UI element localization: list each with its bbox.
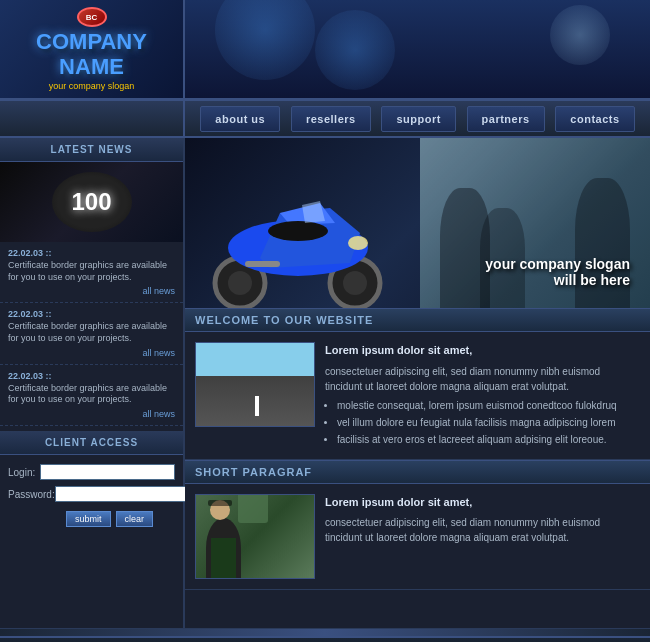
section2-title: SHORT PARAGRAF bbox=[185, 460, 650, 484]
client-access: CLIENT ACCESS Login: Password: submit cl… bbox=[0, 431, 183, 539]
hero-banner: your company slogan will be here bbox=[185, 138, 650, 308]
content-title-1: Lorem ipsum dolor sit amet, bbox=[325, 342, 640, 359]
company-name: COMPANY NAME bbox=[5, 30, 178, 78]
news-date-2: 22.02.03 :: bbox=[8, 309, 175, 319]
svg-point-3 bbox=[343, 271, 367, 295]
content-body-1: consectetuer adipiscing elit, sed diam n… bbox=[325, 366, 600, 392]
road-image bbox=[195, 342, 315, 427]
footer: Copyright © 2003 CompanyName. All Rights… bbox=[0, 636, 650, 642]
right-content: your company slogan will be here WELCOME… bbox=[185, 138, 650, 628]
svg-point-1 bbox=[228, 271, 252, 295]
banner-decoration-1 bbox=[215, 0, 315, 80]
password-row: Password: bbox=[0, 483, 183, 505]
nav-item-contacts[interactable]: contacts bbox=[555, 106, 634, 132]
nav-item-support[interactable]: support bbox=[381, 106, 455, 132]
nav-spacer bbox=[0, 101, 185, 136]
motorcycle-svg bbox=[190, 143, 400, 308]
speedometer: 100 bbox=[52, 172, 132, 232]
header: BC COMPANY NAME your company slogan bbox=[0, 0, 650, 100]
nav-item-resellers[interactable]: resellers bbox=[291, 106, 371, 132]
motorcycle-area bbox=[190, 143, 400, 308]
hero-tagline1: your company slogan bbox=[485, 256, 630, 272]
news-image: 100 bbox=[0, 162, 183, 242]
clear-button[interactable]: clear bbox=[116, 511, 154, 527]
content-block-1: Lorem ipsum dolor sit amet, consectetuer… bbox=[185, 332, 650, 460]
header-banner bbox=[185, 0, 650, 98]
bullet-1: molestie consequat, lorem ipsum euismod … bbox=[337, 398, 640, 413]
logo-badge: BC bbox=[77, 7, 107, 27]
svg-rect-9 bbox=[245, 261, 280, 267]
news-text-1: Certificate border graphics are availabl… bbox=[8, 260, 175, 283]
news-text-2: Certificate border graphics are availabl… bbox=[8, 321, 175, 344]
news-text-3: Certificate border graphics are availabl… bbox=[8, 383, 175, 406]
news-link-2[interactable]: all news bbox=[8, 348, 175, 358]
form-buttons: submit clear bbox=[0, 505, 183, 533]
road-line bbox=[255, 396, 259, 416]
login-label: Login: bbox=[8, 467, 40, 478]
banner-decoration-3 bbox=[550, 5, 610, 65]
logo-area: BC COMPANY NAME your company slogan bbox=[0, 0, 185, 98]
news-date-1: 22.02.03 :: bbox=[8, 248, 175, 258]
person-image bbox=[195, 494, 315, 579]
banner-decoration-2 bbox=[315, 10, 395, 90]
news-date-3: 22.02.03 :: bbox=[8, 371, 175, 381]
client-access-title: CLIENT ACCESS bbox=[0, 431, 183, 455]
submit-button[interactable]: submit bbox=[66, 511, 111, 527]
content-text-2: Lorem ipsum dolor sit amet, consectetuer… bbox=[325, 494, 640, 579]
news-link-1[interactable]: all news bbox=[8, 286, 175, 296]
svg-point-8 bbox=[348, 236, 368, 250]
latest-news-title: LATEST NEWS bbox=[0, 138, 183, 162]
section1-title: WELCOME TO OUR WEBSITE bbox=[185, 308, 650, 332]
svg-point-7 bbox=[268, 221, 328, 241]
password-input[interactable] bbox=[55, 486, 190, 502]
sidebar: LATEST NEWS 100 22.02.03 :: Certificate … bbox=[0, 138, 185, 628]
nav-item-partners[interactable]: partners bbox=[467, 106, 545, 132]
nav-bar: about us resellers support partners cont… bbox=[0, 100, 650, 138]
password-label: Password: bbox=[8, 489, 55, 500]
speed-number: 100 bbox=[71, 188, 111, 216]
company-slogan: your company slogan bbox=[49, 81, 135, 91]
bullet-3: facilisis at vero eros et lacreeet aliqu… bbox=[337, 432, 640, 447]
login-row: Login: bbox=[0, 461, 183, 483]
content-bullets-1: molestie consequat, lorem ipsum euismod … bbox=[325, 398, 640, 447]
main-content: LATEST NEWS 100 22.02.03 :: Certificate … bbox=[0, 138, 650, 628]
content-text-1: Lorem ipsum dolor sit amet, consectetuer… bbox=[325, 342, 640, 449]
hero-overlay-text: your company slogan will be here bbox=[485, 256, 630, 288]
news-item-2: 22.02.03 :: Certificate border graphics … bbox=[0, 303, 183, 364]
svg-marker-10 bbox=[302, 201, 325, 223]
ornament-bar bbox=[0, 628, 650, 636]
bullet-2: vel illum dolore eu feugiat nula facilis… bbox=[337, 415, 640, 430]
content-title-2: Lorem ipsum dolor sit amet, bbox=[325, 494, 640, 511]
news-link-3[interactable]: all news bbox=[8, 409, 175, 419]
content-body-2: consectetuer adipiscing elit, sed diam n… bbox=[325, 517, 600, 543]
content-area: WELCOME TO OUR WEBSITE Lorem ipsum dolor… bbox=[185, 308, 650, 590]
nav-item-about[interactable]: about us bbox=[200, 106, 280, 132]
login-input[interactable] bbox=[40, 464, 175, 480]
content-block-2: Lorem ipsum dolor sit amet, consectetuer… bbox=[185, 484, 650, 590]
nav-links: about us resellers support partners cont… bbox=[185, 106, 650, 132]
news-item-3: 22.02.03 :: Certificate border graphics … bbox=[0, 365, 183, 426]
news-item-1: 22.02.03 :: Certificate border graphics … bbox=[0, 242, 183, 303]
hero-tagline2: will be here bbox=[485, 272, 630, 288]
